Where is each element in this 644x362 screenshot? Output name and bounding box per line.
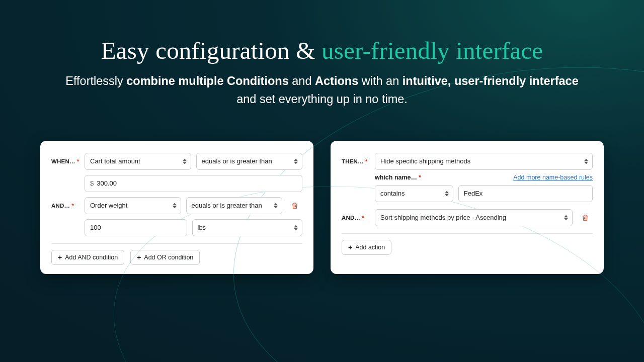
subtitle-frag: with an [358,74,403,87]
plus-icon: + [137,254,141,261]
title-left: Easy configuration & [101,37,321,64]
weight-unit-select[interactable]: lbs [192,219,303,236]
select-value: equals or is greater than [202,157,272,165]
conditions-card: WHEN…* Cart total amount equals or is gr… [40,141,313,274]
currency-symbol: $ [90,179,94,187]
divider [51,243,302,244]
condition-field-select-2[interactable]: Order weight [85,197,181,214]
select-value: contains [380,190,405,197]
required-asterisk: * [362,215,364,221]
input-value: 300.00 [97,179,117,187]
condition-field-select[interactable]: Cart total amount [85,153,191,170]
title-accent: user-friendly interface [321,37,543,64]
select-stepper-icon [294,158,298,164]
condition-operator-select-2[interactable]: equals or is greater than [186,197,283,214]
condition-operator-select[interactable]: equals or is greater than [196,153,303,170]
add-and-condition-button[interactable]: + Add AND condition [51,250,124,265]
required-asterisk: * [419,174,421,181]
button-label: Add OR condition [144,254,193,261]
input-value: FedEx [464,190,483,197]
required-asterisk: * [77,158,79,164]
which-name-label: which name…* [375,174,421,181]
input-value: 100 [90,224,101,231]
page-title: Easy configuration & user-friendly inter… [0,36,644,65]
subtitle-frag: Effortlessly [65,74,126,87]
select-value: Order weight [90,202,127,209]
select-stepper-icon [445,191,449,196]
select-stepper-icon [183,158,187,164]
subtitle-frag: and set everything up in no time. [236,93,408,106]
select-value: Sort shipping methods by price - Ascendi… [380,214,506,221]
action-select[interactable]: Hide specific shipping methods [375,153,593,170]
select-stepper-icon [173,203,177,208]
plus-icon: + [58,254,62,261]
and-label: AND…* [51,203,79,209]
add-name-rules-link[interactable]: Add more name-based rules [513,174,593,181]
required-asterisk: * [71,203,74,209]
required-asterisk: * [365,158,368,164]
select-stepper-icon [564,215,568,220]
carrier-name-input[interactable]: FedEx [458,185,593,202]
then-label: THEN…* [342,158,370,164]
and-label-actions: AND…* [342,215,370,221]
delete-condition-button[interactable] [287,197,302,214]
subtitle-bold: Actions [315,74,358,87]
select-stepper-icon [584,158,588,164]
amount-input[interactable]: $ 300.00 [85,175,302,192]
add-or-condition-button[interactable]: + Add OR condition [130,250,200,265]
select-value: equals or is greater than [192,202,262,209]
actions-card: THEN…* Hide specific shipping methods wh… [331,141,604,274]
delete-action-button[interactable] [578,209,593,226]
button-label: Add action [355,244,385,251]
subtitle-bold: combine multiple Conditions [126,74,288,87]
select-value: Cart total amount [90,157,140,165]
hero-section: Easy configuration & user-friendly inter… [0,0,644,109]
weight-input[interactable]: 100 [85,219,187,236]
button-label: Add AND condition [65,254,118,261]
when-label: WHEN…* [51,158,79,164]
subtitle-frag: and [289,74,315,87]
trash-icon [581,214,589,222]
name-operator-select[interactable]: contains [375,185,453,202]
select-stepper-icon [294,225,298,230]
action-sort-select[interactable]: Sort shipping methods by price - Ascendi… [375,209,573,226]
select-value: lbs [198,224,206,231]
select-stepper-icon [274,203,278,208]
divider [342,233,593,234]
plus-icon: + [348,244,352,251]
select-value: Hide specific shipping methods [380,157,470,165]
trash-icon [291,202,299,210]
subtitle-bold: intuitive, user-friendly interface [403,74,579,87]
add-action-button[interactable]: + Add action [342,240,391,255]
page-subtitle: Effortlessly combine multiple Conditions… [55,72,589,109]
